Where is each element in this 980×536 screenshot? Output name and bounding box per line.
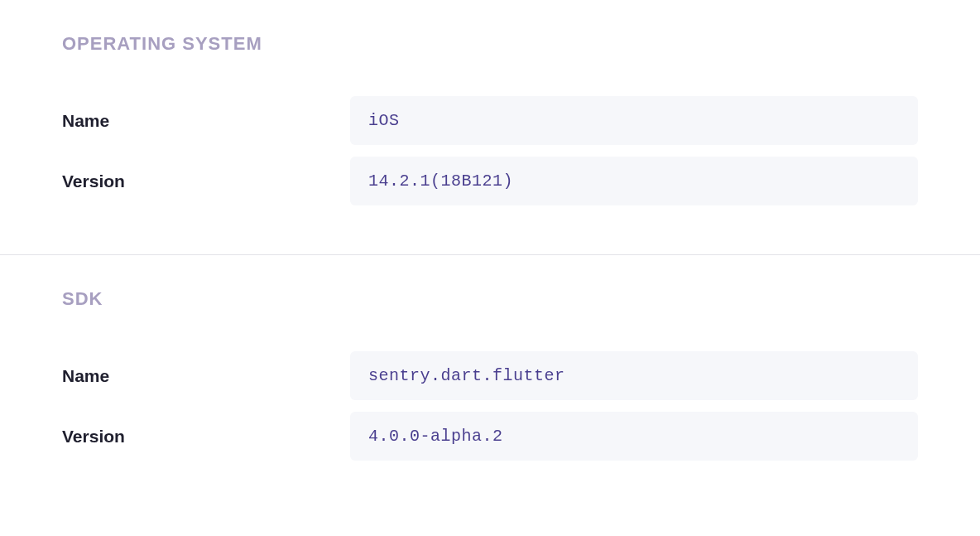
row-os-version: Version 14.2.1(18B121) [62,157,918,205]
row-sdk-name: Name sentry.dart.flutter [62,351,918,400]
section-sdk: SDK Name sentry.dart.flutter Version 4.0… [0,255,980,509]
section-title-os: OPERATING SYSTEM [62,33,918,55]
row-os-name: Name iOS [62,96,918,145]
label-sdk-version: Version [62,427,350,447]
value-os-name: iOS [350,96,918,145]
section-title-sdk: SDK [62,288,918,310]
label-os-name: Name [62,111,350,131]
label-os-version: Version [62,171,350,191]
label-sdk-name: Name [62,366,350,386]
value-sdk-version: 4.0.0-alpha.2 [350,412,918,461]
value-sdk-name: sentry.dart.flutter [350,351,918,400]
section-operating-system: OPERATING SYSTEM Name iOS Version 14.2.1… [0,0,980,254]
row-sdk-version: Version 4.0.0-alpha.2 [62,412,918,461]
value-os-version: 14.2.1(18B121) [350,157,918,205]
